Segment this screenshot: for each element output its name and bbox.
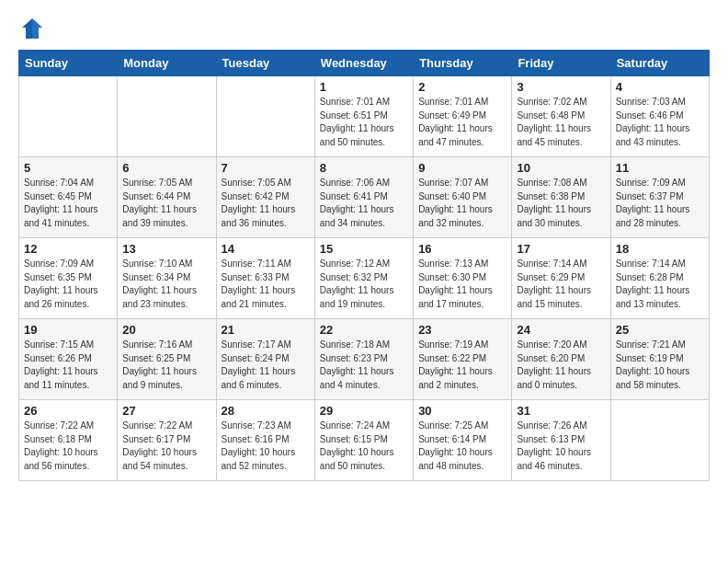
day-info: Sunrise: 7:05 AM Sunset: 6:42 PM Dayligh… [222, 177, 310, 230]
day-info: Sunrise: 7:01 AM Sunset: 6:49 PM Dayligh… [418, 96, 506, 149]
day-info: Sunrise: 7:26 AM Sunset: 6:13 PM Dayligh… [517, 419, 605, 473]
day-info: Sunrise: 7:22 AM Sunset: 6:18 PM Dayligh… [24, 419, 112, 473]
calendar-cell: 3Sunrise: 7:02 AM Sunset: 6:48 PM Daylig… [512, 76, 610, 157]
logo [18, 15, 50, 42]
day-number: 27 [122, 404, 210, 418]
week-row-1: 1Sunrise: 7:01 AM Sunset: 6:51 PM Daylig… [19, 76, 710, 157]
day-number: 31 [517, 404, 605, 418]
week-row-4: 19Sunrise: 7:15 AM Sunset: 6:26 PM Dayli… [19, 319, 710, 400]
calendar-cell: 12Sunrise: 7:09 AM Sunset: 6:35 PM Dayli… [19, 238, 118, 319]
weekday-header-sunday: Sunday [19, 51, 118, 76]
svg-marker-1 [32, 18, 42, 39]
day-number: 9 [418, 161, 506, 175]
calendar-cell: 30Sunrise: 7:25 AM Sunset: 6:14 PM Dayli… [414, 400, 512, 481]
calendar-cell: 18Sunrise: 7:14 AM Sunset: 6:28 PM Dayli… [610, 238, 709, 319]
calendar-cell: 29Sunrise: 7:24 AM Sunset: 6:15 PM Dayli… [314, 400, 413, 481]
day-number: 6 [122, 161, 210, 175]
day-number: 20 [122, 323, 210, 337]
calendar-cell: 17Sunrise: 7:14 AM Sunset: 6:29 PM Dayli… [512, 238, 610, 319]
day-info: Sunrise: 7:14 AM Sunset: 6:28 PM Dayligh… [616, 258, 704, 311]
calendar: SundayMondayTuesdayWednesdayThursdayFrid… [18, 50, 710, 481]
calendar-cell: 16Sunrise: 7:13 AM Sunset: 6:30 PM Dayli… [414, 238, 512, 319]
calendar-cell: 5Sunrise: 7:04 AM Sunset: 6:45 PM Daylig… [19, 157, 118, 238]
logo-icon [18, 15, 46, 42]
day-info: Sunrise: 7:15 AM Sunset: 6:26 PM Dayligh… [24, 339, 112, 392]
day-info: Sunrise: 7:18 AM Sunset: 6:23 PM Dayligh… [320, 339, 408, 392]
week-row-3: 12Sunrise: 7:09 AM Sunset: 6:35 PM Dayli… [19, 238, 710, 319]
calendar-cell [19, 76, 118, 157]
page: SundayMondayTuesdayWednesdayThursdayFrid… [0, 0, 728, 496]
day-number: 17 [517, 242, 605, 256]
day-info: Sunrise: 7:24 AM Sunset: 6:15 PM Dayligh… [320, 419, 408, 473]
day-info: Sunrise: 7:13 AM Sunset: 6:30 PM Dayligh… [418, 258, 506, 311]
calendar-cell: 13Sunrise: 7:10 AM Sunset: 6:34 PM Dayli… [118, 238, 216, 319]
calendar-cell: 10Sunrise: 7:08 AM Sunset: 6:38 PM Dayli… [512, 157, 610, 238]
calendar-cell: 19Sunrise: 7:15 AM Sunset: 6:26 PM Dayli… [19, 319, 118, 400]
calendar-cell: 2Sunrise: 7:01 AM Sunset: 6:49 PM Daylig… [414, 76, 512, 157]
day-info: Sunrise: 7:06 AM Sunset: 6:41 PM Dayligh… [320, 177, 408, 230]
day-number: 25 [616, 323, 704, 337]
weekday-header-tuesday: Tuesday [216, 51, 314, 76]
calendar-cell: 1Sunrise: 7:01 AM Sunset: 6:51 PM Daylig… [314, 76, 413, 157]
day-info: Sunrise: 7:12 AM Sunset: 6:32 PM Dayligh… [320, 258, 408, 311]
day-info: Sunrise: 7:10 AM Sunset: 6:34 PM Dayligh… [122, 258, 210, 311]
day-info: Sunrise: 7:14 AM Sunset: 6:29 PM Dayligh… [517, 258, 605, 311]
day-info: Sunrise: 7:09 AM Sunset: 6:37 PM Dayligh… [616, 177, 704, 230]
day-number: 5 [24, 161, 112, 175]
weekday-header-friday: Friday [512, 51, 610, 76]
day-info: Sunrise: 7:23 AM Sunset: 6:16 PM Dayligh… [222, 419, 310, 473]
calendar-cell: 24Sunrise: 7:20 AM Sunset: 6:20 PM Dayli… [512, 319, 610, 400]
day-number: 24 [517, 323, 605, 337]
day-info: Sunrise: 7:08 AM Sunset: 6:38 PM Dayligh… [517, 177, 605, 230]
day-number: 4 [616, 80, 704, 94]
day-number: 19 [24, 323, 112, 337]
calendar-cell [610, 400, 709, 481]
calendar-cell: 6Sunrise: 7:05 AM Sunset: 6:44 PM Daylig… [118, 157, 216, 238]
day-info: Sunrise: 7:05 AM Sunset: 6:44 PM Dayligh… [122, 177, 210, 230]
calendar-cell: 9Sunrise: 7:07 AM Sunset: 6:40 PM Daylig… [414, 157, 512, 238]
calendar-cell: 28Sunrise: 7:23 AM Sunset: 6:16 PM Dayli… [216, 400, 314, 481]
day-number: 26 [24, 404, 112, 418]
day-info: Sunrise: 7:25 AM Sunset: 6:14 PM Dayligh… [418, 419, 506, 473]
day-number: 7 [222, 161, 310, 175]
calendar-cell: 7Sunrise: 7:05 AM Sunset: 6:42 PM Daylig… [216, 157, 314, 238]
day-number: 11 [616, 161, 704, 175]
calendar-cell: 26Sunrise: 7:22 AM Sunset: 6:18 PM Dayli… [19, 400, 118, 481]
calendar-cell: 14Sunrise: 7:11 AM Sunset: 6:33 PM Dayli… [216, 238, 314, 319]
weekday-header-monday: Monday [118, 51, 216, 76]
day-info: Sunrise: 7:01 AM Sunset: 6:51 PM Dayligh… [320, 96, 408, 149]
weekday-header-row: SundayMondayTuesdayWednesdayThursdayFrid… [19, 51, 710, 76]
calendar-cell [216, 76, 314, 157]
day-number: 2 [418, 80, 506, 94]
weekday-header-wednesday: Wednesday [314, 51, 413, 76]
day-info: Sunrise: 7:21 AM Sunset: 6:19 PM Dayligh… [616, 339, 704, 392]
day-info: Sunrise: 7:22 AM Sunset: 6:17 PM Dayligh… [122, 419, 210, 473]
day-number: 12 [24, 242, 112, 256]
calendar-cell: 31Sunrise: 7:26 AM Sunset: 6:13 PM Dayli… [512, 400, 610, 481]
calendar-cell: 23Sunrise: 7:19 AM Sunset: 6:22 PM Dayli… [414, 319, 512, 400]
day-number: 8 [320, 161, 408, 175]
weekday-header-thursday: Thursday [414, 51, 512, 76]
day-number: 23 [418, 323, 506, 337]
day-info: Sunrise: 7:09 AM Sunset: 6:35 PM Dayligh… [24, 258, 112, 311]
day-info: Sunrise: 7:20 AM Sunset: 6:20 PM Dayligh… [517, 339, 605, 392]
week-row-2: 5Sunrise: 7:04 AM Sunset: 6:45 PM Daylig… [19, 157, 710, 238]
calendar-cell: 11Sunrise: 7:09 AM Sunset: 6:37 PM Dayli… [610, 157, 709, 238]
day-number: 21 [222, 323, 310, 337]
calendar-cell: 21Sunrise: 7:17 AM Sunset: 6:24 PM Dayli… [216, 319, 314, 400]
day-number: 15 [320, 242, 408, 256]
calendar-cell: 27Sunrise: 7:22 AM Sunset: 6:17 PM Dayli… [118, 400, 216, 481]
day-number: 1 [320, 80, 408, 94]
calendar-cell: 15Sunrise: 7:12 AM Sunset: 6:32 PM Dayli… [314, 238, 413, 319]
day-number: 10 [517, 161, 605, 175]
day-number: 29 [320, 404, 408, 418]
calendar-cell [118, 76, 216, 157]
calendar-cell: 8Sunrise: 7:06 AM Sunset: 6:41 PM Daylig… [314, 157, 413, 238]
day-info: Sunrise: 7:11 AM Sunset: 6:33 PM Dayligh… [222, 258, 310, 311]
day-info: Sunrise: 7:02 AM Sunset: 6:48 PM Dayligh… [517, 96, 605, 149]
day-number: 30 [418, 404, 506, 418]
day-info: Sunrise: 7:03 AM Sunset: 6:46 PM Dayligh… [616, 96, 704, 149]
day-info: Sunrise: 7:07 AM Sunset: 6:40 PM Dayligh… [418, 177, 506, 230]
day-number: 22 [320, 323, 408, 337]
calendar-cell: 22Sunrise: 7:18 AM Sunset: 6:23 PM Dayli… [314, 319, 413, 400]
